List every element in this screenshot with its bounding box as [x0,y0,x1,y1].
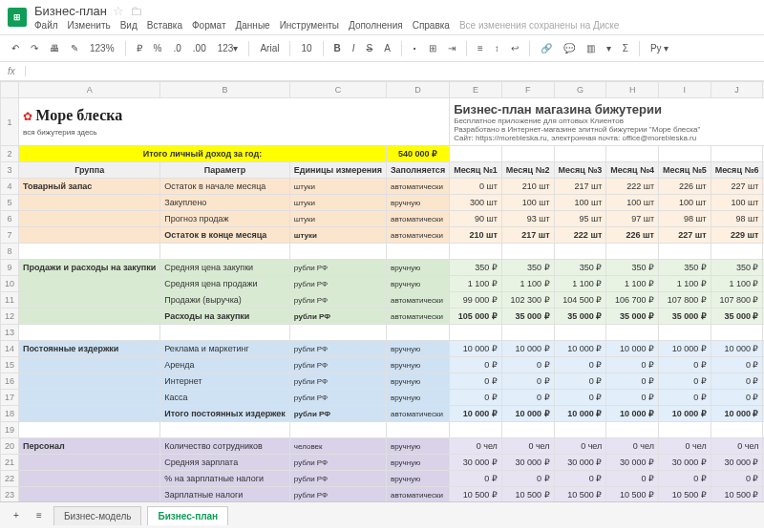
col-header[interactable]: D [386,82,449,98]
data-cell[interactable]: 10 500 ₽ [501,487,554,502]
data-cell[interactable]: 10 500 ₽ [711,487,763,502]
row-header[interactable]: 19 [1,422,19,438]
lang-icon[interactable]: Ру ▾ [647,41,672,55]
data-cell[interactable]: 0 ₽ [501,357,554,373]
data-cell[interactable]: 10 000 ₽ [554,341,606,357]
col-header[interactable]: J [711,82,763,98]
data-cell[interactable]: 1 100 ₽ [554,276,606,292]
row-header[interactable]: 4 [1,179,19,195]
row-header[interactable]: 1 [1,98,19,146]
strike-icon[interactable]: S [363,41,377,55]
row-header[interactable]: 22 [1,471,19,487]
data-cell[interactable]: 10 000 ₽ [606,341,659,357]
menu-addons[interactable]: Дополнения [349,20,403,31]
data-cell[interactable]: 0 ₽ [711,471,763,487]
sheet-tab-0[interactable]: Бизнес-модель [53,506,141,525]
corner-cell[interactable] [1,82,19,98]
data-cell[interactable]: 106 700 ₽ [606,292,659,309]
row-header[interactable]: 18 [1,406,19,422]
data-cell[interactable]: 0 чел [450,438,502,455]
col-header[interactable]: B [160,82,290,98]
data-cell[interactable]: 350 ₽ [554,260,606,276]
data-cell[interactable]: 93 шт [501,211,554,227]
data-cell[interactable]: 10 500 ₽ [450,487,502,502]
data-cell[interactable]: 30 000 ₽ [606,455,659,471]
data-cell[interactable]: 0 ₽ [606,390,659,406]
data-cell[interactable]: 0 ₽ [606,357,659,373]
data-cell[interactable]: 0 чел [606,438,659,455]
halign-icon[interactable]: ≡ [474,41,487,55]
data-cell[interactable]: 0 шт [450,179,502,195]
spreadsheet-grid[interactable]: ABCDEFGHIJKLM1✿ Море блескався бижутерия… [0,81,764,501]
row-header[interactable]: 20 [1,438,19,455]
menu-data[interactable]: Данные [236,20,270,31]
sheet-tab-1[interactable]: Бизнес-план [147,506,228,525]
data-cell[interactable]: 229 шт [711,227,763,244]
data-cell[interactable]: 10 000 ₽ [450,341,502,357]
col-header[interactable]: A [19,82,160,98]
menu-insert[interactable]: Вставка [147,20,182,31]
data-cell[interactable]: 30 000 ₽ [659,455,711,471]
data-cell[interactable]: 300 шт [450,195,502,211]
data-cell[interactable]: 0 ₽ [606,471,659,487]
data-cell[interactable]: 0 ₽ [659,471,711,487]
data-cell[interactable]: 98 шт [711,211,763,227]
row-header[interactable]: 12 [1,309,19,325]
font-select[interactable]: Arial [256,41,283,55]
data-cell[interactable]: 227 шт [659,227,711,244]
data-cell[interactable]: 0 чел [711,438,763,455]
row-header[interactable]: 2 [1,146,19,162]
row-header[interactable]: 16 [1,373,19,390]
filter-icon[interactable]: ▾ [603,41,615,55]
data-cell[interactable]: 100 шт [659,195,711,211]
data-cell[interactable]: 0 ₽ [450,373,502,390]
data-cell[interactable]: 35 000 ₽ [711,309,763,325]
data-cell[interactable]: 90 шт [450,211,502,227]
chart-icon[interactable]: ▥ [583,41,599,55]
col-header[interactable]: F [501,82,554,98]
row-header[interactable]: 21 [1,455,19,471]
row-header[interactable]: 7 [1,227,19,244]
data-cell[interactable]: 0 ₽ [554,471,606,487]
row-header[interactable]: 15 [1,357,19,373]
data-cell[interactable]: 97 шт [606,211,659,227]
data-cell[interactable]: 222 шт [606,179,659,195]
zoom-select[interactable]: 123% [86,41,118,55]
data-cell[interactable]: 10 000 ₽ [554,406,606,422]
data-cell[interactable]: 350 ₽ [711,260,763,276]
menu-view[interactable]: Вид [120,20,138,31]
borders-icon[interactable]: ⊞ [425,41,440,55]
data-cell[interactable]: 105 000 ₽ [450,309,502,325]
data-cell[interactable]: 10 000 ₽ [711,406,763,422]
functions-icon[interactable]: Σ [619,41,632,55]
dec-decimal-icon[interactable]: .0 [169,41,184,55]
data-cell[interactable]: 0 ₽ [659,390,711,406]
font-size[interactable]: 10 [297,41,315,55]
menu-edit[interactable]: Изменить [68,20,111,31]
data-cell[interactable]: 30 000 ₽ [501,455,554,471]
row-header[interactable]: 9 [1,260,19,276]
data-cell[interactable]: 0 ₽ [450,390,502,406]
data-cell[interactable]: 100 шт [606,195,659,211]
data-cell[interactable]: 10 500 ₽ [606,487,659,502]
data-cell[interactable]: 350 ₽ [450,260,502,276]
data-cell[interactable]: 30 000 ₽ [450,455,502,471]
col-header[interactable]: E [450,82,502,98]
col-header[interactable]: H [606,82,659,98]
data-cell[interactable]: 0 чел [501,438,554,455]
currency-icon[interactable]: ₽ [133,41,146,55]
data-cell[interactable]: 0 ₽ [501,373,554,390]
data-cell[interactable]: 0 ₽ [554,390,606,406]
row-header[interactable]: 6 [1,211,19,227]
row-header[interactable]: 23 [1,487,19,502]
paint-icon[interactable]: ✎ [67,41,82,55]
data-cell[interactable]: 0 ₽ [501,471,554,487]
format-more-icon[interactable]: 123▾ [214,41,243,55]
data-cell[interactable]: 0 ₽ [501,390,554,406]
redo-icon[interactable]: ↷ [27,41,42,55]
data-cell[interactable]: 100 шт [711,195,763,211]
row-header[interactable]: 8 [1,244,19,260]
all-sheets-icon[interactable]: ≡ [31,507,48,524]
data-cell[interactable]: 107 800 ₽ [659,292,711,309]
data-cell[interactable]: 210 шт [450,227,502,244]
